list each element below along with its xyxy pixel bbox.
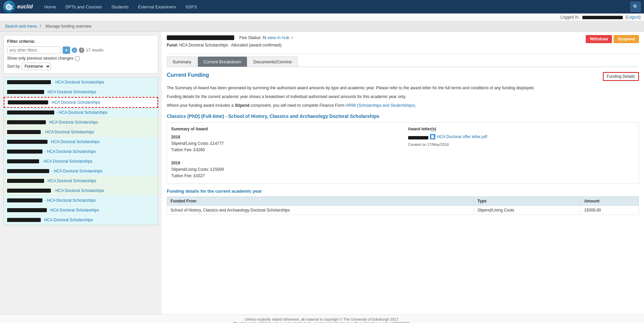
list-item[interactable]: HCA Doctoral Scholarships	[4, 97, 158, 108]
header-left: Fee Status: N view in hub ↗ Fund: HCA Do…	[167, 35, 586, 51]
filter-row: + i ? 17 results	[7, 46, 155, 54]
list-item[interactable]: HCA Doctoral Scholarships	[4, 205, 158, 215]
footer-text2: The University of Edinburgh is a charita…	[5, 321, 639, 323]
nav-search-button[interactable]: 🔍	[631, 2, 641, 12]
letter-name-redacted	[408, 136, 428, 139]
desc3: Where your funding award includes a Stip…	[167, 102, 639, 108]
content-header: Current Funding Funding Details	[167, 72, 639, 81]
sort-label: Sort by	[7, 64, 20, 69]
list-item[interactable]: · HCA Doctoral Scholarships	[4, 108, 158, 118]
student-fund: HCA Doctoral Scholarships	[45, 130, 94, 134]
logout-link[interactable]: Logout	[627, 15, 639, 20]
filter-input[interactable]	[7, 46, 61, 54]
logged-in-label: Logged In:	[560, 15, 580, 20]
student-name-redacted	[7, 150, 42, 154]
student-name-redacted	[7, 218, 41, 222]
student-fund: HCA Doctoral Scholarships	[59, 110, 108, 115]
student-name-redacted	[7, 189, 51, 193]
list-item[interactable]: · HCA Doctoral Scholarships	[4, 157, 158, 166]
separator: ·	[53, 188, 54, 193]
help-icon: ?	[79, 47, 84, 53]
fund-status: Allocated (award confirmed)	[231, 43, 281, 47]
student-name-redacted	[8, 100, 48, 104]
student-name-redacted	[7, 159, 39, 163]
left-panel: Filter criteria: + i ? 17 results Show o…	[0, 32, 162, 314]
nav-examiners[interactable]: External Examiners	[133, 0, 181, 13]
tab-current-breakdown[interactable]: Current Breakdown	[198, 57, 247, 67]
login-bar: Logged In: (Logout)	[0, 13, 644, 21]
action-buttons: Withdraw Suspend	[586, 35, 639, 43]
funding-details-button[interactable]: Funding Details	[603, 72, 639, 81]
hr98-link[interactable]: HR98 (Scholarships and Studentships).	[345, 103, 416, 108]
student-fund: HCA Doctoral Scholarships	[47, 149, 96, 154]
prev-session-checkbox[interactable]	[75, 56, 80, 61]
list-item[interactable]: · HCA Doctoral Scholarships	[4, 77, 158, 87]
separator: ·	[56, 110, 57, 115]
student-name-redacted	[7, 110, 54, 115]
view-in-hub-link[interactable]: view in hub	[267, 35, 289, 40]
letter-file-link[interactable]: 📄 HCA Doctoral offer letter.pdf	[430, 134, 487, 139]
logo-circle	[3, 1, 16, 13]
student-name-redacted	[7, 120, 46, 124]
col-amount: Amount	[581, 197, 639, 206]
funding-table: Funded From Type Amount School of Histor…	[167, 196, 639, 215]
cell-type: Stipend/Living Costs	[474, 206, 581, 215]
external-link-icon: ↗	[290, 36, 293, 40]
list-item[interactable]: · HCA Doctoral Scholarships	[4, 196, 158, 205]
withdraw-button[interactable]: Withdraw	[586, 35, 612, 43]
cell-amount: 15009.00	[581, 206, 639, 215]
summary-label: Summary of Award	[171, 127, 398, 131]
student-fund: HCA Doctoral Scholarships	[47, 198, 96, 203]
tab-summary[interactable]: Summary	[167, 57, 197, 67]
right-panel-header: Fee Status: N view in hub ↗ Fund: HCA Do…	[167, 35, 639, 54]
list-item[interactable]: · HCA Doctoral Scholarships	[4, 127, 158, 137]
sort-select[interactable]: Forename Surname Student ID	[22, 63, 51, 70]
nav-students[interactable]: Students	[106, 0, 133, 13]
letter-label: Award letter(s)	[408, 127, 635, 131]
funding-current-year-title: Funding details for the current academic…	[167, 189, 639, 194]
student-fund: HCA Doctoral Scholarships	[55, 188, 104, 193]
list-item[interactable]: · HCA Doctoral Scholarships	[4, 147, 158, 157]
current-funding-title: Current Funding	[167, 72, 209, 78]
tab-documents[interactable]: Documents/Comms	[248, 57, 298, 67]
list-item[interactable]: HCA Doctoral Scholarships	[4, 87, 158, 97]
separator: ·	[42, 130, 43, 134]
list-item[interactable]: HCA Doctoral Scholarships	[4, 215, 158, 225]
student-name-redacted	[7, 208, 47, 212]
filter-results: 17 results	[86, 48, 103, 53]
separator: ·	[51, 169, 52, 173]
separator: ·	[44, 198, 45, 203]
desc1: The Summary of Award has been generated …	[167, 85, 639, 91]
nav-home[interactable]: Home	[39, 0, 61, 13]
list-item[interactable]: HCA Doctoral Scholarships	[4, 176, 158, 186]
student-fund: HCA Doctoral Scholarships	[48, 179, 96, 183]
col-funded-from: Funded From	[167, 197, 474, 206]
file-icon: 📄	[430, 134, 435, 139]
award-letter-col: Award letter(s) 📄 HCA Doctoral offer let…	[408, 127, 635, 179]
separator: ·	[53, 80, 54, 85]
student-name-redacted	[7, 140, 48, 144]
nav-ssfs[interactable]: SSFS	[181, 0, 202, 13]
student-fund: HCA Doctoral Scholarships	[52, 100, 100, 105]
fund-info: Fund: HCA Doctoral Scholarships · Alloca…	[167, 43, 586, 47]
cell-funded-from: School of History, Classics and Archaeol…	[167, 206, 474, 215]
list-item[interactable]: · HCA Doctoral Scholarships	[4, 166, 158, 176]
list-item[interactable]: HCA Doctoral Scholarships	[4, 137, 158, 147]
logo[interactable]: euclid	[3, 1, 33, 13]
list-item[interactable]: · HCA Doctoral Scholarships	[4, 186, 158, 196]
breadcrumb-current: Manage funding overview	[45, 24, 92, 29]
filter-box: Filter criteria: + i ? 17 results Show o…	[3, 35, 158, 74]
desc2: Funding details for the current academic…	[167, 94, 639, 100]
student-fund: HCA Doctoral Scholarships	[55, 80, 104, 85]
student-fund: HCA Doctoral Scholarships	[43, 159, 92, 164]
student-fund: HCA Doctoral Scholarships	[54, 169, 102, 173]
filter-add-button[interactable]: +	[63, 46, 70, 54]
breadcrumb-home[interactable]: Search and menu	[5, 24, 37, 29]
sort-row: Sort by Forename Surname Student ID	[7, 63, 155, 70]
nav-dpts[interactable]: DPTs and Courses	[61, 0, 106, 13]
program-title: Classics (PhD) (Full-time) - School of H…	[167, 114, 639, 119]
student-list: · HCA Doctoral Scholarships HCA Doctoral…	[3, 77, 158, 225]
suspend-button[interactable]: Suspend	[614, 35, 639, 43]
list-item[interactable]: HCA Doctoral Scholarships	[4, 118, 158, 127]
student-header: Fee Status: N view in hub ↗	[167, 35, 586, 40]
